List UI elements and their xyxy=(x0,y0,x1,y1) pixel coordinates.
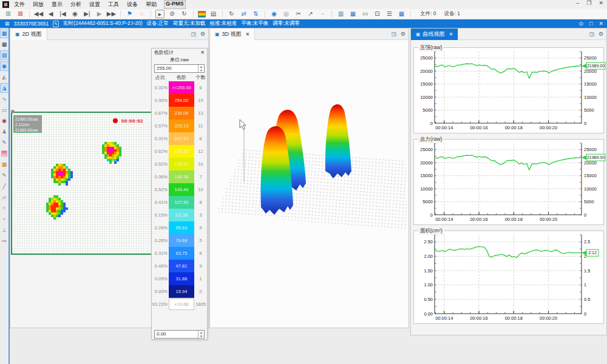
menu-item-5[interactable]: 工具 xyxy=(108,1,119,8)
fast-backward-icon[interactable]: ◀◀ xyxy=(34,10,43,18)
gear-icon[interactable]: ⚙ xyxy=(401,31,405,37)
svg-text:2.12: 2.12 xyxy=(588,251,597,255)
marker-pin-icon[interactable] xyxy=(11,110,15,113)
center-off-icon[interactable]: ◎ xyxy=(282,10,291,18)
sidebar-pencil[interactable]: ✎ xyxy=(1,171,8,180)
chart-box-2[interactable]: 面积(cm²)0.0000.500.51.0011.501.52.0022.50… xyxy=(413,231,604,324)
sidebar-ellipse[interactable]: ○ xyxy=(1,204,8,212)
svg-text:1: 1 xyxy=(584,282,586,288)
close-window-icon[interactable]: ⊠ xyxy=(16,10,25,18)
sidebar-color-blocks[interactable]: ▦ xyxy=(1,160,8,169)
colorscale-icon[interactable] xyxy=(198,11,206,18)
statusbar-close-button[interactable]: ✕ xyxy=(599,21,603,27)
menu-item-1[interactable]: 回放 xyxy=(33,1,44,8)
layout-2pane-icon[interactable]: ▥ xyxy=(336,10,345,18)
chart-box-1[interactable]: 总力(raw)005000500010000100001500015000200… xyxy=(413,139,604,225)
edit-icon[interactable]: ✎ xyxy=(53,21,59,27)
grid-icon[interactable]: ▦ xyxy=(397,10,406,18)
sidebar-annotate-pen[interactable]: ✎ xyxy=(1,138,8,147)
sidebar-2d-view[interactable]: ▦ xyxy=(1,29,8,38)
region-icon[interactable]: ▫ xyxy=(318,10,327,18)
export-icon[interactable]: ↗ xyxy=(306,10,315,18)
expand-icon[interactable]: ◳ xyxy=(391,31,396,37)
splitter[interactable] xyxy=(8,28,10,364)
cut-icon[interactable]: ✂ xyxy=(294,10,303,18)
tab-curves-view[interactable]: ▣ 曲线视图 ✕ xyxy=(411,29,458,40)
sidebar-record-region[interactable]: ◉ xyxy=(1,116,8,125)
menu-item-7[interactable]: 帮助 xyxy=(146,1,157,8)
sidebar-operator[interactable]: ♟ xyxy=(1,127,8,136)
video-restart-icon[interactable]: ↻ xyxy=(180,10,189,18)
sidebar-grid-view[interactable]: ▦ xyxy=(1,40,8,49)
list-icon[interactable]: ☰ xyxy=(385,10,394,18)
pin-icon[interactable]: ⚑ xyxy=(125,10,134,18)
sidebar-3d-surface[interactable]: ▨ xyxy=(1,51,8,59)
video-icon[interactable]: ▶ xyxy=(155,10,164,18)
window-minimize-button[interactable]: – xyxy=(576,0,579,6)
surface-3d-plot xyxy=(210,40,409,328)
menu-item-6[interactable]: 设备 xyxy=(127,1,138,8)
sidebar-circle[interactable]: ∘ xyxy=(1,215,8,223)
flip-h-icon[interactable]: ⇄ xyxy=(239,10,248,18)
menu-item-3[interactable]: 分析 xyxy=(70,1,81,8)
scale-stats-close-icon[interactable]: ✕ xyxy=(200,50,205,55)
add-window-icon[interactable]: ⊞ xyxy=(4,10,13,18)
floor-grid xyxy=(216,149,408,231)
window-maximize-button[interactable]: ❐ xyxy=(586,0,591,6)
chart-box-0[interactable]: 压强(raw)005000500010000100001500015000200… xyxy=(413,47,604,133)
clipboard-icon[interactable]: ▤ xyxy=(209,10,218,18)
tab-close-icon[interactable]: ✕ xyxy=(246,32,250,37)
sidebar-avg-box[interactable]: ▭ xyxy=(1,106,8,114)
tab-2d-view[interactable]: ▣ 2D 视图 xyxy=(10,29,47,40)
record-stop-icon[interactable]: ◉ xyxy=(70,10,80,18)
svg-text:00:00:20: 00:00:20 xyxy=(540,315,557,321)
pressure-cell xyxy=(114,161,117,164)
sidebar-contour-view[interactable]: ◉ xyxy=(1,62,8,70)
pressure-grid[interactable]: 21989.00raw 2.12cm² 21989.00raw 00:00:02 xyxy=(11,112,154,255)
tab-3d-view[interactable]: ▣ 3D 视图 ✕ xyxy=(210,29,255,40)
menu-item-0[interactable]: 文件 xyxy=(14,1,25,8)
menu-item-4[interactable]: 设置 xyxy=(89,1,100,8)
sidebar-ruler[interactable]: ⊥ xyxy=(1,226,8,234)
svg-text:5000: 5000 xyxy=(584,107,594,113)
go-last-icon[interactable]: ▶| xyxy=(83,10,92,18)
statusbar-maximize-button[interactable]: □ xyxy=(589,21,592,27)
spinner-arrows-icon[interactable]: ▲▼ xyxy=(198,65,204,72)
max-value-spinbox[interactable]: 255.00 ▲▼ xyxy=(154,64,205,73)
layout-3pane-icon[interactable]: ▦ xyxy=(348,10,358,18)
menu-item-8[interactable]: G-PMS xyxy=(164,1,185,8)
sidebar-polygon[interactable]: ▱ xyxy=(1,193,8,201)
frame-icon[interactable]: ▭ xyxy=(361,10,370,18)
sidebar-peak-blue[interactable]: ◮ xyxy=(1,84,8,92)
sidebar-export-region[interactable]: ⇨ xyxy=(1,237,8,245)
go-first-icon[interactable]: |◀ xyxy=(58,10,67,18)
app-logo-icon xyxy=(2,1,9,8)
sidebar-peak-gray[interactable]: ◭ xyxy=(1,73,8,81)
menu-item-2[interactable]: 显示 xyxy=(52,1,63,8)
fast-forward-icon[interactable]: ▶▶ xyxy=(107,10,116,18)
monitor-icon[interactable]: ⊡ xyxy=(373,10,382,18)
flip-v-icon[interactable]: ⇅ xyxy=(251,10,260,18)
loop-icon[interactable]: ◌ xyxy=(137,10,146,18)
expand-icon[interactable]: ◳ xyxy=(589,31,594,37)
panel-2d: ▣ 2D 视图 ◳ ⚙ 21989.00raw 2.12cm² 21989.00… xyxy=(10,28,209,328)
gear-icon[interactable]: ⚙ xyxy=(200,31,205,37)
pressure-cell xyxy=(109,161,112,164)
sidebar-gradient-block[interactable] xyxy=(1,149,8,158)
video-off-icon[interactable]: ⊘ xyxy=(168,10,177,18)
panel-3d-body[interactable] xyxy=(210,40,409,328)
tab-2d-label: 2D 视图 xyxy=(22,30,42,38)
play-icon[interactable]: ▶ xyxy=(95,10,104,18)
tab-close-icon[interactable]: ✕ xyxy=(449,32,453,37)
sidebar-polyline[interactable]: ╱ xyxy=(1,182,8,190)
gear-icon[interactable]: ⚙ xyxy=(599,31,603,37)
min-value-spinbox[interactable]: 0.00 ▲▼ xyxy=(154,330,205,339)
center-on-icon[interactable]: ◉ xyxy=(270,10,279,18)
sidebar-avg-curve[interactable]: ∿ xyxy=(1,95,8,103)
step-backward-icon[interactable]: ◀ xyxy=(46,10,55,18)
expand-icon[interactable]: ◳ xyxy=(191,31,196,37)
rotate-icon[interactable]: ↻ xyxy=(227,10,236,18)
statusbar-restore-button[interactable]: ⊙ xyxy=(578,21,583,27)
spinner-arrows-icon[interactable]: ▲▼ xyxy=(198,331,204,338)
window-close-button[interactable]: ✕ xyxy=(599,0,603,6)
